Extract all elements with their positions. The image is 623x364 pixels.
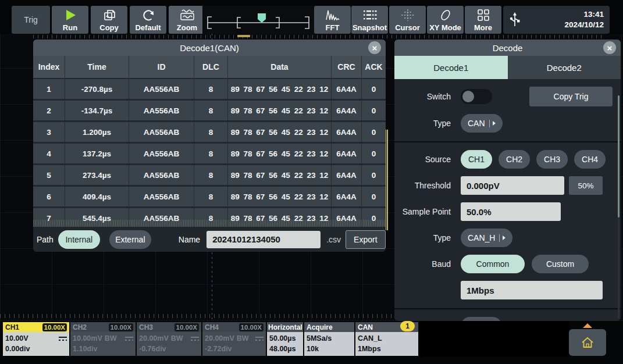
baud-common-button[interactable]: Common: [461, 255, 525, 273]
table-row[interactable]: 3 1.200µs AA556AB 8 89 78 67 56 45 22 23…: [33, 122, 386, 142]
can-bus-status-block[interactable]: CAN CAN_L 1Mbps 1: [355, 322, 418, 356]
horizontal-ruler-top: [33, 35, 606, 38]
table-row[interactable]: 4 137.2µs AA556AB 8 89 78 67 56 45 22 23…: [33, 144, 386, 163]
baud-rate-input[interactable]: 1Mbps: [461, 281, 603, 299]
zoom-button[interactable]: Zoom: [169, 6, 205, 34]
ch4-probe-badge: 10.00X: [239, 323, 264, 331]
cell-time: -134.7µs: [65, 101, 129, 120]
ch2-status-block[interactable]: CH2 10.00X 10.00mVBW 1.10div: [70, 322, 136, 356]
cell-time: -270.8µs: [65, 79, 129, 99]
snapshot-button[interactable]: Snapshot: [351, 6, 388, 34]
snapshot-label: Snapshot: [353, 23, 387, 32]
tab-decode2[interactable]: Decode2: [508, 56, 621, 79]
source-ch4-button[interactable]: CH4: [574, 150, 606, 169]
threshold-label: Threshold: [394, 181, 451, 190]
source-label: Source: [394, 155, 451, 164]
source-ch1-button[interactable]: CH1: [461, 150, 492, 169]
cell-index: 3: [33, 122, 65, 142]
horizontal-status-block[interactable]: Horizontal 50.00µs 48.00µs: [267, 322, 303, 356]
col-crc: CRC: [332, 56, 362, 78]
ch2-offset: 1.10div: [73, 344, 133, 354]
ch3-bw: BW: [171, 333, 183, 344]
home-button[interactable]: [569, 329, 606, 356]
close-icon[interactable]: ×: [603, 41, 616, 54]
cell-time: 409.4µs: [65, 187, 129, 206]
close-icon[interactable]: ×: [368, 41, 381, 54]
table-row[interactable]: 1 -270.8µs AA556AB 8 89 78 67 56 45 22 2…: [33, 79, 386, 99]
cell-data: 89 78 67 56 45 22 23 12: [228, 187, 332, 206]
decode-table-panel: Decode1(CAN) × Index Time ID DLC Data CR…: [33, 40, 386, 252]
cursor-button[interactable]: Cursor: [389, 6, 426, 34]
clock-time: 13:41: [564, 9, 604, 20]
table-row[interactable]: 6 409.4µs AA556AB 8 89 78 67 56 45 22 23…: [33, 187, 386, 206]
table-row[interactable]: 2 -134.7µs AA556AB 8 89 78 67 56 45 22 2…: [33, 101, 386, 120]
horizontal-position-indicator[interactable]: [202, 6, 314, 34]
usb-icon: [509, 12, 521, 28]
fft-button[interactable]: FFT: [314, 6, 351, 34]
copy-label: Copy: [99, 23, 119, 32]
source-row: Source CH1 CH2 CH3 CH4: [394, 150, 621, 169]
threshold-50pct-button[interactable]: 50%: [569, 176, 603, 195]
expand-up-arrow-icon[interactable]: [583, 323, 592, 328]
copy-trig-button[interactable]: Copy Trig: [529, 87, 613, 106]
decode-panel-title: Decode: [493, 43, 523, 53]
path-internal-button[interactable]: Internal: [58, 230, 100, 249]
table-row[interactable]: 5 273.4µs AA556AB 8 89 78 67 56 45 22 23…: [33, 165, 386, 185]
source-ch3-button[interactable]: CH3: [536, 150, 568, 169]
cell-id: AA556AB: [129, 187, 194, 206]
ch2-bw: BW: [105, 333, 117, 344]
dc-coupling-icon: [125, 336, 133, 341]
switch-row: Switch Copy Trig: [394, 87, 621, 106]
tab-decode1[interactable]: Decode1: [394, 56, 508, 79]
default-button[interactable]: Default: [130, 6, 166, 34]
source-ch2-button[interactable]: CH2: [499, 150, 530, 169]
cell-dlc: 8: [194, 165, 228, 185]
ch1-probe-badge: 10.00X: [42, 323, 67, 331]
xy-mode-button[interactable]: XY Mode: [427, 6, 464, 34]
trigger-delay-marker[interactable]: [258, 13, 266, 23]
cell-data: 89 78 67 56 45 22 23 12: [228, 79, 332, 99]
protocol-type-dropdown[interactable]: CAN: [461, 114, 503, 133]
scrollbar-thumb[interactable]: [618, 95, 620, 217]
more-button[interactable]: More: [465, 6, 501, 34]
path-external-button[interactable]: External: [109, 230, 151, 249]
panel-scrollbar[interactable]: [618, 95, 620, 319]
decode-table-title: Decode1(CAN): [180, 43, 239, 53]
col-data: Data: [228, 56, 332, 78]
decode-switch-toggle[interactable]: [461, 89, 492, 104]
cell-index: 6: [33, 187, 65, 206]
file-name-input[interactable]: [207, 231, 321, 248]
sample-point-input[interactable]: 50.0%: [461, 202, 561, 221]
cell-index: 4: [33, 144, 65, 163]
ch1-status-block[interactable]: CH1 10.00X 10.00V 0.00div: [3, 322, 69, 356]
copy-button[interactable]: Copy: [91, 6, 127, 34]
trig-button[interactable]: Trig: [12, 6, 50, 34]
cell-crc: 6A4A: [332, 79, 362, 99]
snapshot-list-icon: [362, 9, 378, 22]
cell-crc: 6A4A: [332, 101, 362, 120]
ch4-status-block[interactable]: CH4 10.00X 20.00mVBW -2.72div: [202, 322, 266, 356]
cell-ack: 0: [362, 165, 386, 185]
clock-block[interactable]: 13:41 2024/10/12: [503, 6, 610, 34]
home-icon: [580, 336, 595, 349]
trigger-source-badge: 1: [400, 321, 415, 331]
ch3-offset: -0.76div: [139, 344, 199, 354]
acquire-status-block[interactable]: Acquire 5MSa/s 10k: [304, 322, 354, 356]
signal-type-dropdown[interactable]: CAN_H: [461, 229, 512, 247]
sample-point-label: Sample Point: [394, 207, 451, 216]
format-dropdown[interactable]: HEX: [461, 317, 502, 321]
dc-coupling-icon: [255, 336, 264, 341]
trigger-position-marker[interactable]: [237, 35, 250, 37]
threshold-input[interactable]: 0.000pV: [461, 176, 564, 195]
cell-index: 5: [33, 165, 65, 185]
ch3-status-block[interactable]: CH3 10.00X 20.00mVBW -0.76div: [137, 322, 201, 356]
run-button[interactable]: Run: [52, 6, 88, 34]
status-bar: CH1 10.00X 10.00V 0.00div CH2 10.00X 10.…: [0, 321, 623, 364]
protocol-type-value: CAN: [468, 119, 485, 128]
memory-depth-value: 10k: [307, 344, 352, 354]
ch3-name: CH3: [139, 323, 153, 331]
baud-custom-button[interactable]: Custom: [532, 255, 589, 273]
fft-label: FFT: [326, 23, 340, 32]
export-button[interactable]: Export: [346, 230, 385, 249]
can-signal-value: CAN_L: [358, 333, 416, 344]
